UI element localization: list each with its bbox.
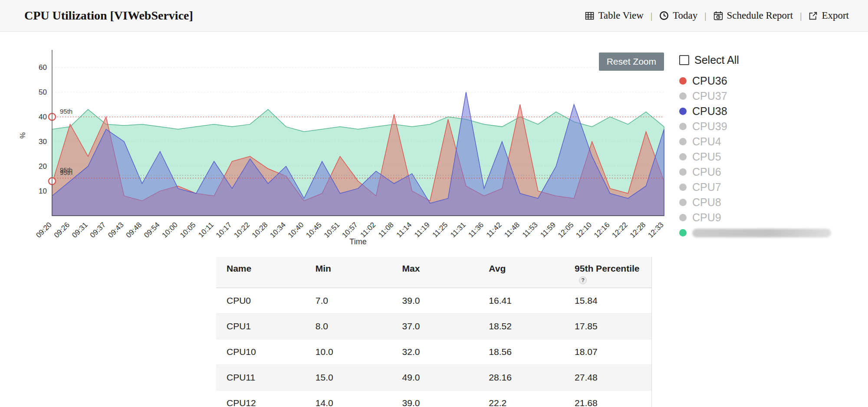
cell-value: 15.84 [564, 288, 651, 314]
y-axis-title: % [19, 132, 26, 138]
y-tick-label: 40 [39, 113, 47, 121]
legend-item-label: CPU5 [692, 151, 721, 163]
x-tick-label: 11:31 [449, 220, 467, 239]
x-tick-label: 10:51 [322, 220, 342, 240]
x-tick-label: 10:11 [197, 220, 215, 239]
legend-item-CPU39[interactable]: CPU39 [679, 119, 866, 134]
chart-svg[interactable]: 10203040506095th95th95th09:2009:2609:310… [13, 36, 668, 272]
cell-value: 37.0 [392, 314, 479, 339]
cell-value: 14.0 [305, 391, 392, 407]
x-tick-label: 10:17 [214, 220, 233, 240]
table-row: CPU1010.032.018.5618.07 [216, 339, 651, 365]
series-color-dot [679, 92, 687, 100]
cpu-utilization-report-page: CPU Utilization [VIWebService] Table Vie… [0, 0, 868, 407]
action-label: Schedule Report [727, 10, 793, 21]
series-color-dot [679, 138, 687, 145]
cell-value: 10.0 [305, 339, 392, 365]
reset-zoom-button[interactable]: Reset Zoom [599, 53, 664, 71]
cell-value: 27.48 [564, 365, 651, 391]
legend-item-label: CPU7 [692, 181, 721, 194]
legend-item-CPU9[interactable]: CPU9 [679, 210, 866, 225]
x-tick-label: 12:16 [592, 220, 612, 240]
action-label: Today [673, 10, 697, 21]
x-tick-label: 11:59 [539, 220, 557, 239]
chart-canvas[interactable]: 10203040506095th95th95th09:2009:2609:310… [13, 36, 668, 274]
cpu-stats-table: NameMinMaxAvg95th Percentile? CPU07.039.… [216, 257, 652, 407]
series-color-dot [679, 108, 687, 115]
legend-item-CPU7[interactable]: CPU7 [679, 180, 866, 195]
cell-value: 7.0 [305, 288, 392, 314]
legend-item-label: CPU4 [692, 135, 721, 148]
legend-item-CPU5[interactable]: CPU5 [679, 149, 866, 164]
series-color-dot [679, 77, 687, 85]
series-color-dot [679, 199, 687, 206]
series-color-dot [679, 214, 687, 221]
series-color-dot [679, 229, 687, 236]
series-color-dot [679, 123, 687, 130]
legend-item-CPU8[interactable]: CPU8 [679, 195, 866, 210]
legend-item-CPU37[interactable]: CPU37 [679, 89, 866, 104]
select-all-checkbox[interactable] [679, 55, 689, 65]
x-tick-label: 09:31 [70, 220, 89, 240]
cell-value: 49.0 [392, 365, 479, 391]
action-separator: | [704, 10, 706, 21]
x-axis-title: Time [349, 237, 366, 246]
cell-name: CPU10 [216, 339, 305, 365]
redacted-label [692, 229, 831, 237]
cell-value: 18.52 [478, 314, 564, 339]
x-tick-label: 11:48 [503, 220, 521, 239]
page-title: CPU Utilization [VIWebService] [24, 9, 193, 23]
cell-value: 39.0 [392, 288, 479, 314]
column-header-max: Max [392, 257, 479, 288]
legend-item-CPU4[interactable]: CPU4 [679, 134, 866, 149]
toolbar-actions: Table View|Today|Schedule Report|Export [585, 10, 849, 21]
action-label: Export [822, 10, 849, 21]
x-tick-label: 11:42 [485, 220, 503, 239]
x-tick-label: 09:43 [106, 220, 125, 240]
legend-items: CPU36CPU37CPU38CPU39CPU4CPU5CPU6CPU7CPU8… [679, 73, 866, 240]
cell-value: 32.0 [392, 339, 479, 365]
column-header-name: Name [216, 257, 305, 288]
legend-item-CPU38[interactable]: CPU38 [679, 104, 866, 119]
legend-item-redacted[interactable] [679, 225, 866, 240]
y-tick-label: 20 [39, 162, 47, 171]
cell-value: 21.68 [564, 391, 651, 407]
legend-item-CPU36[interactable]: CPU36 [679, 73, 866, 89]
x-tick-label: 12:22 [610, 220, 629, 240]
legend-item-label: CPU8 [692, 196, 721, 209]
column-header-avg: Avg [478, 257, 564, 288]
column-header-min: Min [305, 257, 392, 288]
table-view-button[interactable]: Table View [585, 10, 644, 21]
select-all-control[interactable]: Select All [679, 54, 866, 66]
cell-value: 39.0 [392, 391, 479, 407]
series-color-dot [679, 153, 687, 161]
x-tick-label: 10:00 [161, 220, 180, 240]
legend-item-label: CPU37 [692, 90, 727, 102]
percentile-help-icon[interactable]: ? [579, 276, 587, 284]
x-tick-label: 11:14 [395, 220, 414, 239]
legend-item-label: CPU9 [692, 211, 721, 224]
threshold-label: 95th [60, 108, 72, 115]
schedule-icon [713, 11, 723, 20]
schedule-report-button[interactable]: Schedule Report [713, 10, 793, 21]
x-tick-label: 09:54 [142, 220, 161, 240]
x-tick-label: 11:25 [431, 220, 450, 239]
x-tick-label: 11:36 [467, 220, 485, 239]
x-tick-label: 11:02 [359, 220, 378, 239]
cell-value: 18.07 [564, 339, 651, 365]
x-tick-label: 10:05 [178, 220, 197, 240]
today-button[interactable]: Today [659, 10, 697, 21]
series-color-dot [679, 184, 687, 191]
table-icon [585, 11, 594, 20]
legend-item-CPU6[interactable]: CPU6 [679, 164, 866, 180]
table-row: CPU07.039.016.4115.84 [216, 288, 651, 314]
cpu-utilization-chart[interactable]: 10203040506095th95th95th09:2009:2609:310… [13, 36, 668, 272]
x-tick-label: 10:40 [286, 220, 306, 240]
threshold-label: 95th [60, 169, 72, 176]
table-row: CPU1115.049.028.1627.48 [216, 365, 651, 391]
cell-value: 22.2 [478, 391, 564, 407]
x-tick-label: 11:19 [413, 220, 431, 239]
top-bar: CPU Utilization [VIWebService] Table Vie… [0, 0, 868, 32]
action-separator: | [800, 10, 802, 21]
export-button[interactable]: Export [809, 10, 849, 21]
